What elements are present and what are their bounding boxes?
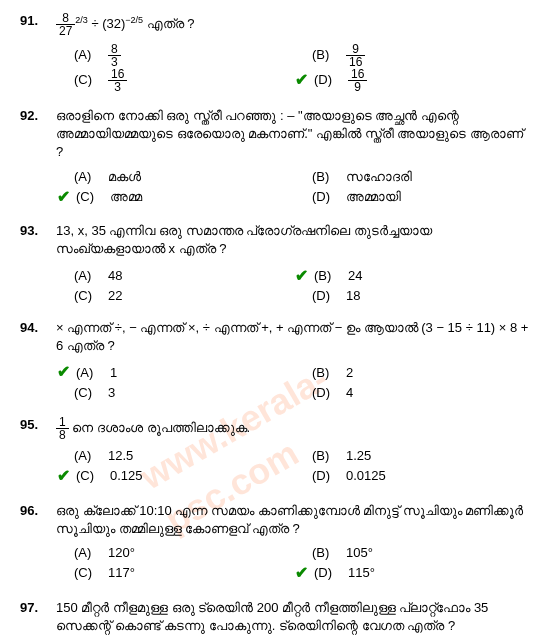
option-value: അമ്മായി: [346, 188, 401, 206]
option: (B)916: [294, 43, 532, 68]
option: ✔(C)അമ്മ: [56, 186, 294, 208]
option-label: (D): [312, 467, 342, 485]
question-number: 93.: [20, 222, 46, 240]
option-label: (B): [312, 364, 342, 382]
question-number: 95.: [20, 416, 46, 434]
question-text: × എന്നത് ÷, − എന്നത് ×, ÷ എന്നത് +, + എന…: [56, 319, 532, 355]
question: 92.ഒരാളിനെ നോക്കി ഒരു സ്ത്രീ പറഞ്ഞു : – …: [20, 107, 532, 208]
question: 96.ഒരു ക്ലോക്ക് 10:10 എന്ന സമയം കാണിക്കു…: [20, 502, 532, 585]
option-value: 169: [348, 68, 367, 93]
option: (C)3: [56, 384, 294, 402]
option-label: (B): [314, 267, 344, 285]
option-value: 18: [346, 287, 360, 305]
option-value: 24: [348, 267, 362, 285]
option-label: (D): [314, 71, 344, 89]
option-value: 48: [108, 267, 122, 285]
option-value: 120°: [108, 544, 135, 562]
options: (A)12.5(B)1.25✔(C)0.125(D)0.0125: [56, 447, 532, 488]
option: (A)83: [56, 43, 294, 68]
option: ✔(D)169: [294, 68, 532, 93]
correct-tick-icon: ✔: [56, 361, 70, 383]
option-value: 117°: [108, 564, 135, 582]
option-label: (C): [74, 564, 104, 582]
option-value: 916: [346, 43, 365, 68]
option: (A)മകൾ: [56, 168, 294, 186]
option-label: (B): [312, 46, 342, 64]
option-label: (A): [74, 168, 104, 186]
option-value: 12.5: [108, 447, 133, 465]
option-label: (C): [76, 467, 106, 485]
question: 93.13, x, 35 എന്നിവ ഒരു സമാന്തര പ്രോഗ്രഷ…: [20, 222, 532, 305]
option: ✔(D)115°: [294, 562, 532, 584]
option-value: 83: [108, 43, 121, 68]
correct-tick-icon: ✔: [294, 562, 308, 584]
option: (C)117°: [56, 562, 294, 584]
option: (C)163: [56, 68, 294, 93]
question-number: 97.: [20, 599, 46, 617]
option-value: 0.0125: [346, 467, 386, 485]
options: ✔(A)1(B)2(C)3(D)4: [56, 361, 532, 402]
option-label: (A): [74, 46, 104, 64]
option-label: (C): [76, 188, 106, 206]
option: ✔(A)1: [56, 361, 294, 383]
option-value: 4: [346, 384, 353, 402]
correct-tick-icon: ✔: [294, 69, 308, 91]
option-label: (B): [312, 544, 342, 562]
option-label: (B): [312, 447, 342, 465]
option-value: 115°: [348, 564, 375, 582]
option-label: (D): [312, 188, 342, 206]
question-number: 96.: [20, 502, 46, 520]
option-value: 105°: [346, 544, 373, 562]
option: (D)അമ്മായി: [294, 186, 532, 208]
option: (A)48: [56, 265, 294, 287]
option-value: മകൾ: [108, 168, 141, 186]
option-value: 163: [108, 68, 127, 93]
correct-tick-icon: ✔: [56, 465, 70, 487]
options: (A)83(B)916(C)163✔(D)169: [56, 43, 532, 93]
question-text: 18 നെ ദശാംശ രൂപത്തിലാക്കുക.: [56, 416, 532, 441]
option-label: (C): [74, 71, 104, 89]
option-value: 1.25: [346, 447, 371, 465]
option-value: 1: [110, 364, 117, 382]
question-text: 150 മീറ്റർ നീളമുള്ള ഒരു ട്രെയിൻ 200 മീറ്…: [56, 599, 532, 635]
option-value: സഹോദരി: [346, 168, 412, 186]
question-text: 8272/3 ÷ (32)−2/5 എത്ര ?: [56, 12, 532, 37]
option-value: 3: [108, 384, 115, 402]
option-label: (D): [312, 287, 342, 305]
question: 91.8272/3 ÷ (32)−2/5 എത്ര ?(A)83(B)916(C…: [20, 12, 532, 93]
option: (B)2: [294, 361, 532, 383]
question: 97.150 മീറ്റർ നീളമുള്ള ഒരു ട്രെയിൻ 200 മ…: [20, 599, 532, 640]
options: (A)120°(B)105°(C)117°✔(D)115°: [56, 544, 532, 585]
option: (B)സഹോദരി: [294, 168, 532, 186]
option-value: 2: [346, 364, 353, 382]
option-label: (C): [74, 384, 104, 402]
option-label: (A): [74, 267, 104, 285]
option: (D)0.0125: [294, 465, 532, 487]
options: (A)48✔(B)24(C)22(D)18: [56, 265, 532, 306]
option-value: അമ്മ: [110, 188, 142, 206]
option: ✔(B)24: [294, 265, 532, 287]
option: (C)22: [56, 287, 294, 305]
option-value: 0.125: [110, 467, 143, 485]
option-label: (D): [312, 384, 342, 402]
question-number: 94.: [20, 319, 46, 337]
question-text: ഒരു ക്ലോക്ക് 10:10 എന്ന സമയം കാണിക്കുമ്പ…: [56, 502, 532, 538]
option: (A)12.5: [56, 447, 294, 465]
question-text: ഒരാളിനെ നോക്കി ഒരു സ്ത്രീ പറഞ്ഞു : – "അയ…: [56, 107, 532, 162]
correct-tick-icon: ✔: [294, 265, 308, 287]
option-label: (A): [74, 447, 104, 465]
options: (A)മകൾ(B)സഹോദരി✔(C)അമ്മ(D)അമ്മായി: [56, 168, 532, 209]
question-number: 92.: [20, 107, 46, 125]
option: (B)1.25: [294, 447, 532, 465]
option-label: (B): [312, 168, 342, 186]
question: 95.18 നെ ദശാംശ രൂപത്തിലാക്കുക.(A)12.5(B)…: [20, 416, 532, 488]
option: (A)120°: [56, 544, 294, 562]
question-text: 13, x, 35 എന്നിവ ഒരു സമാന്തര പ്രോഗ്രഷനില…: [56, 222, 532, 258]
option: ✔(C)0.125: [56, 465, 294, 487]
option: (D)18: [294, 287, 532, 305]
option: (B)105°: [294, 544, 532, 562]
question: 94.× എന്നത് ÷, − എന്നത് ×, ÷ എന്നത് +, +…: [20, 319, 532, 402]
question-number: 91.: [20, 12, 46, 30]
correct-tick-icon: ✔: [56, 186, 70, 208]
option-label: (D): [314, 564, 344, 582]
